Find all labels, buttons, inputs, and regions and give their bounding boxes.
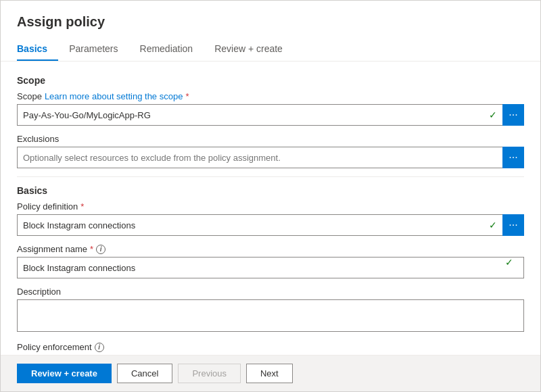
assignment-name-input-wrapper: ✓ <box>17 257 524 278</box>
policy-definition-check-icon: ✓ <box>489 220 497 230</box>
scope-learn-more-link[interactable]: Learn more about setting the scope <box>45 91 183 101</box>
review-create-button[interactable]: Review + create <box>17 364 112 383</box>
assignment-name-field-group: Assignment name * i ✓ <box>17 244 524 278</box>
panel-footer: Review + create Cancel Previous Next <box>1 355 540 391</box>
basics-section: Basics Policy definition * ✓ ··· <box>17 185 524 355</box>
policy-definition-ellipsis-button[interactable]: ··· <box>502 214 524 236</box>
description-label: Description <box>17 287 524 297</box>
exclusions-label: Exclusions <box>17 134 524 144</box>
assignment-name-check-icon: ✓ <box>505 257 513 268</box>
scope-required: * <box>185 91 189 101</box>
policy-definition-label: Policy definition * <box>17 201 524 212</box>
description-textarea[interactable] <box>17 299 524 332</box>
description-field-group: Description <box>17 287 524 334</box>
assignment-name-input[interactable] <box>17 257 524 278</box>
policy-enforcement-info-icon[interactable]: i <box>95 343 104 352</box>
assignment-name-required: * <box>90 244 93 254</box>
policy-enforcement-label: Policy enforcement i <box>17 342 524 352</box>
scope-section-title: Scope <box>17 75 524 86</box>
panel-content: Scope Scope Learn more about setting the… <box>1 62 540 355</box>
policy-enforcement-field-group: Policy enforcement i Enabled Disabled <box>17 342 524 355</box>
assignment-name-info-icon[interactable]: i <box>96 245 105 254</box>
next-button[interactable]: Next <box>246 364 293 383</box>
section-divider-1 <box>17 176 524 177</box>
assignment-name-label: Assignment name * i <box>17 244 524 254</box>
scope-input-row: ✓ ··· <box>17 104 524 126</box>
policy-definition-field-group: Policy definition * ✓ ··· <box>17 201 524 236</box>
scope-field-group: Scope Learn more about setting the scope… <box>17 91 524 126</box>
tab-nav: Basics Parameters Remediation Review + c… <box>17 38 524 61</box>
tab-review-create[interactable]: Review + create <box>214 38 293 61</box>
exclusions-input-row: ··· <box>17 147 524 168</box>
tab-remediation[interactable]: Remediation <box>140 38 204 61</box>
policy-definition-required: * <box>80 201 84 212</box>
policy-definition-input-wrapper: ✓ <box>17 214 502 236</box>
previous-button: Previous <box>178 364 241 383</box>
policy-definition-input-row: ✓ ··· <box>17 214 524 236</box>
scope-section: Scope Scope Learn more about setting the… <box>17 75 524 168</box>
scope-label: Scope Learn more about setting the scope… <box>17 91 524 101</box>
cancel-button[interactable]: Cancel <box>117 364 172 383</box>
scope-check-icon: ✓ <box>489 109 497 120</box>
scope-input-wrapper: ✓ <box>17 104 502 126</box>
exclusions-input[interactable] <box>17 147 502 168</box>
assign-policy-panel: Assign policy Basics Parameters Remediat… <box>0 0 541 392</box>
policy-definition-input[interactable] <box>17 214 502 236</box>
scope-ellipsis-button[interactable]: ··· <box>502 104 524 126</box>
basics-section-title: Basics <box>17 185 524 196</box>
tab-basics[interactable]: Basics <box>17 38 58 61</box>
scope-input[interactable] <box>17 104 502 126</box>
page-title: Assign policy <box>17 14 524 30</box>
tab-parameters[interactable]: Parameters <box>69 38 128 61</box>
exclusions-ellipsis-button[interactable]: ··· <box>502 147 524 168</box>
exclusions-field-group: Exclusions ··· <box>17 134 524 168</box>
panel-header: Assign policy Basics Parameters Remediat… <box>1 1 540 62</box>
